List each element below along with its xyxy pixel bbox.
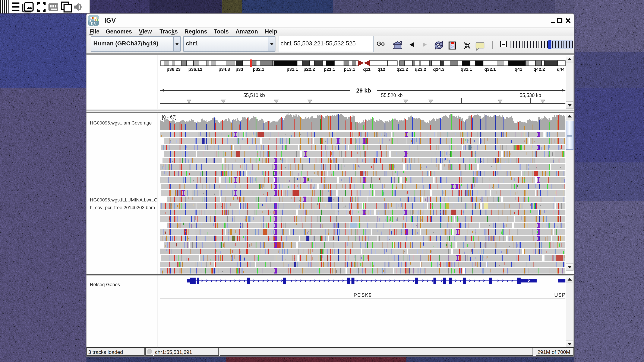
svg-text:p22.2: p22.2	[304, 67, 315, 72]
svg-text:q31.1: q31.1	[460, 67, 472, 72]
svg-text:55,530 kb: 55,530 kb	[520, 93, 541, 98]
svg-text:p13.1: p13.1	[344, 67, 355, 72]
svg-text:q44: q44	[557, 67, 565, 72]
svg-text:p36.12: p36.12	[188, 67, 202, 72]
svg-text:q12: q12	[378, 67, 385, 72]
svg-text:q41: q41	[514, 67, 522, 72]
svg-text:55,510 kb: 55,510 kb	[243, 93, 265, 98]
svg-text:p32.1: p32.1	[253, 67, 264, 72]
svg-text:55,520 kb: 55,520 kb	[381, 93, 402, 98]
svg-text:USP24: USP24	[554, 292, 566, 298]
svg-text:PCSK9: PCSK9	[354, 292, 372, 298]
svg-text:p21.1: p21.1	[324, 67, 335, 72]
svg-text:p34.3: p34.3	[218, 67, 230, 72]
svg-text:q21.2: q21.2	[396, 67, 408, 72]
svg-text:29 kb: 29 kb	[356, 87, 371, 94]
svg-text:q24.3: q24.3	[433, 67, 444, 72]
svg-text:p36.23: p36.23	[166, 67, 180, 72]
svg-text:p33: p33	[236, 67, 243, 72]
svg-text:q23.2: q23.2	[415, 67, 426, 72]
svg-text:q42.2: q42.2	[534, 67, 545, 72]
svg-text:q11: q11	[363, 67, 370, 72]
svg-text:p31.1: p31.1	[286, 67, 298, 72]
svg-text:q32.1: q32.1	[484, 67, 496, 72]
